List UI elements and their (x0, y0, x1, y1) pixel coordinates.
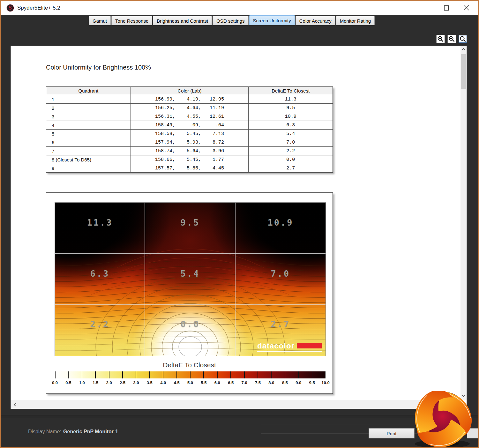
heatmap-cell-label: 10.9 (267, 218, 293, 228)
colorbar-tick (258, 371, 258, 378)
colorbar-tick-label: 7.5 (255, 380, 261, 385)
maximize-icon (444, 5, 449, 11)
quadrant-cell: 9 (46, 164, 131, 173)
table-row: 1156.99, 4.19, 12.9511.3 (46, 95, 333, 104)
maximize-button[interactable] (437, 1, 456, 15)
colorbar-tick (163, 371, 163, 378)
tab-brightness-and-contrast[interactable]: Brightness and Contrast (153, 16, 212, 25)
tab-screen-uniformity[interactable]: Screen Uniformity (249, 15, 295, 25)
grid-line-vertical (235, 203, 236, 356)
table-row: 2156.25, 4.64, 11.199.5 (46, 104, 333, 112)
quadrant-cell: 4 (46, 121, 131, 130)
tab-bar: GamutTone ResponseBrightness and Contras… (89, 15, 375, 25)
legend-title: DeltaE To Closest (46, 361, 333, 369)
zoom-reset-button[interactable] (459, 35, 467, 43)
horizontal-scrollbar[interactable] (11, 400, 461, 409)
tab-gamut[interactable]: Gamut (89, 16, 111, 25)
heatmap-cell-label: 11.3 (87, 218, 113, 228)
lab-cell: 158.58, 5.45, 7.13 (131, 130, 249, 138)
content-panel: Color Uniformity for Brightness 100% Qua… (11, 46, 467, 409)
close-button[interactable] (456, 1, 476, 15)
colorbar-tick-label: 10.0 (321, 380, 329, 385)
delta-e-cell: 9.5 (249, 104, 333, 112)
colorbar-tick-label: 6.5 (228, 380, 234, 385)
delta-e-cell: 0.0 (249, 155, 333, 164)
colorbar-tick-label: 1.5 (93, 380, 98, 385)
display-name-label: Display Name: (28, 429, 61, 434)
quadrant-cell: 6 (46, 138, 131, 147)
colorbar-tick-label: 3.5 (147, 380, 153, 385)
page-title: Color Uniformity for Brightness 100% (46, 64, 151, 71)
colorbar-tick (176, 371, 177, 378)
colorbar-tick-label: 9.5 (309, 380, 315, 385)
colorbar-tick-label: 4.5 (174, 380, 180, 385)
title-bar: S Spyder5Elite+ 5.2 (1, 1, 478, 15)
colorbar-tick-label: 6.0 (214, 380, 220, 385)
colorbar-tick-label: 9.0 (296, 380, 301, 385)
scroll-up-icon[interactable] (461, 48, 466, 51)
zoom-in-icon (437, 36, 444, 42)
colorbar-tick (271, 371, 272, 378)
tab-monitor-rating[interactable]: Monitor Rating (336, 16, 375, 25)
column-header: Color (Lab) (131, 87, 249, 95)
quadrant-cell: 2 (46, 104, 131, 112)
colorbar-tick (95, 371, 96, 378)
colorbar-tick (190, 371, 191, 378)
colorbar-tick-label: 4.0 (160, 380, 166, 385)
heatmap-cell-label: 9.5 (181, 218, 200, 228)
heatmap-box: 11.39.510.96.35.47.02.20.02.7 datacolor … (46, 192, 333, 394)
heatmap-cell-label: 7.0 (271, 269, 290, 279)
colorbar-tick-label: 7.0 (242, 380, 247, 385)
datacolor-red-block (297, 343, 322, 348)
delta-e-cell: 2.2 (249, 147, 333, 155)
heatmap-cell-label: 2.7 (271, 319, 290, 329)
minimize-button[interactable] (417, 1, 437, 15)
zoom-out-icon (448, 36, 455, 42)
table-row: 3156.31, 4.55, 12.6110.9 (46, 112, 333, 121)
colorbar-tick-label: 8.0 (268, 380, 274, 385)
column-header: Quadrant (46, 87, 131, 95)
zoom-in-button[interactable] (436, 35, 445, 43)
footer-separator (1, 415, 478, 418)
close-icon (463, 5, 469, 11)
colorbar-tick-label: 0.0 (52, 380, 58, 385)
print-button[interactable]: Print (369, 428, 415, 438)
datacolor-text: datacolor (257, 342, 295, 350)
delta-e-cell: 6.3 (249, 121, 333, 130)
colorbar (55, 371, 326, 378)
tab-tone-response[interactable]: Tone Response (111, 16, 152, 25)
column-header: DeltaE To Closest (249, 87, 333, 95)
zoom-reset-icon (460, 36, 466, 42)
heatmap-plot: 11.39.510.96.35.47.02.20.02.7 datacolor (55, 203, 326, 356)
display-name: Display Name:Generic PnP Monitor-1 (28, 429, 118, 435)
heatmap-cell-label: 5.4 (181, 269, 200, 279)
colorbar-tick (312, 371, 312, 378)
colorbar-tick (298, 371, 299, 378)
table-row: 6157.94, 5.93, 8.727.0 (46, 138, 333, 147)
scroll-left-icon[interactable] (14, 403, 17, 407)
colorbar-tick-label: 2.5 (120, 380, 125, 385)
lab-cell: 158.74, 5.64, 3.96 (131, 147, 249, 155)
vertical-scrollbar[interactable] (460, 46, 467, 400)
colorbar-tick (109, 371, 109, 378)
grid-line-horizontal (55, 253, 326, 254)
table-row: 8 (Closest To D65)158.66, 5.45, 1.770.0 (46, 155, 333, 164)
quadrant-cell: 1 (46, 95, 131, 104)
window-frame: S Spyder5Elite+ 5.2 GamutTone ResponseBr… (0, 0, 479, 448)
tab-color-accuracy[interactable]: Color Accuracy (296, 16, 335, 25)
minimize-icon (423, 8, 430, 8)
svg-text:S: S (9, 5, 12, 11)
zoom-out-button[interactable] (447, 35, 456, 43)
quadrant-cell: 7 (46, 147, 131, 155)
delta-e-cell: 11.3 (249, 95, 333, 104)
delta-e-cell: 2.7 (249, 164, 333, 173)
lab-cell: 157.94, 5.93, 8.72 (131, 138, 249, 147)
heatmap-cell-label: 0.0 (181, 319, 200, 329)
lab-cell: 157.57, 5.85, 4.45 (131, 164, 249, 173)
vertical-scroll-thumb[interactable] (461, 54, 466, 89)
quadrant-cell: 3 (46, 112, 131, 121)
tab-osd-settings[interactable]: OSD settings (213, 16, 248, 25)
datacolor-wordmark: datacolor (257, 342, 322, 352)
delta-e-cell: 7.0 (249, 138, 333, 147)
quadrant-cell: 5 (46, 130, 131, 138)
